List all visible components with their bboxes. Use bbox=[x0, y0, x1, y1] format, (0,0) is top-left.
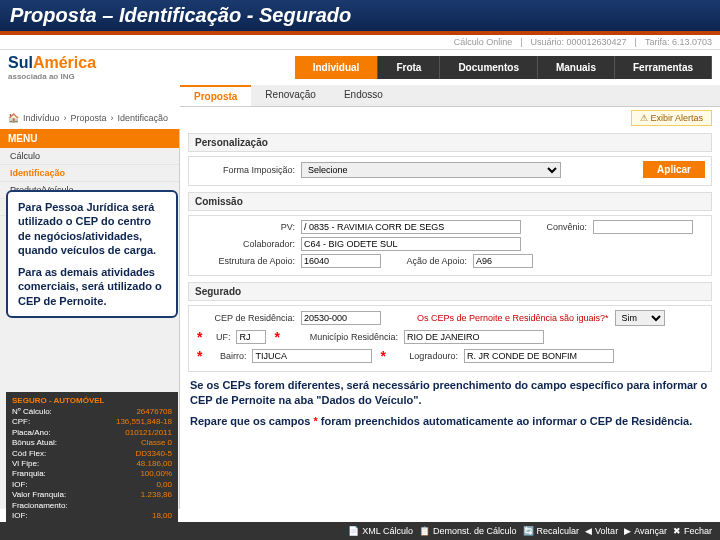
subtab-proposta[interactable]: Proposta bbox=[180, 85, 251, 106]
alerts-button[interactable]: ⚠ Exibir Alertas bbox=[631, 110, 712, 126]
conv-input[interactable] bbox=[593, 220, 693, 234]
est-label: Estrutura de Apoio: bbox=[195, 256, 295, 266]
log-label: Logradouro: bbox=[394, 351, 458, 361]
star-icon: * bbox=[380, 348, 385, 364]
star-icon: * bbox=[314, 415, 318, 427]
tab-frota[interactable]: Frota bbox=[378, 56, 440, 79]
cc-input[interactable] bbox=[301, 237, 521, 251]
cep-input[interactable] bbox=[301, 311, 381, 325]
acao-label: Ação de Apoio: bbox=[387, 256, 467, 266]
subtab-renovacao[interactable]: Renovação bbox=[251, 85, 330, 106]
uf-label: UF: bbox=[210, 332, 230, 342]
voltar-button[interactable]: ◀Voltar bbox=[585, 526, 618, 536]
tab-individual[interactable]: Individual bbox=[295, 56, 379, 79]
footer-bar: 📄XML Cálculo 📋Demonst. de Cálculo 🔄Recal… bbox=[0, 522, 720, 540]
bairro-label: Bairro: bbox=[210, 351, 246, 361]
main-tabs: Individual Frota Documentos Manuais Ferr… bbox=[295, 56, 712, 79]
aplicar-button[interactable]: Aplicar bbox=[643, 161, 705, 178]
pv-input[interactable] bbox=[301, 220, 521, 234]
forma-select[interactable]: Selecione bbox=[301, 162, 561, 178]
breadcrumb: 🏠 Indivíduo› Proposta› Identificação ⚠ E… bbox=[0, 107, 720, 129]
section-segurado: Segurado bbox=[188, 282, 712, 301]
logo: SulAmérica associada ao ING bbox=[8, 54, 96, 81]
content: Personalização Forma Imposição: Selecion… bbox=[180, 129, 720, 509]
acao-input[interactable] bbox=[473, 254, 533, 268]
star-icon: * bbox=[274, 329, 279, 345]
summary-head: SEGURO - AUTOMÓVEL bbox=[12, 396, 172, 405]
recalc-button[interactable]: 🔄Recalcular bbox=[523, 526, 580, 536]
tab-manuais[interactable]: Manuais bbox=[538, 56, 615, 79]
log-input[interactable] bbox=[464, 349, 614, 363]
star-icon: * bbox=[197, 329, 202, 345]
summary-box: SEGURO - AUTOMÓVEL Nº Cálculo:26476708CP… bbox=[6, 392, 178, 536]
demo-button[interactable]: 📋Demonst. de Cálculo bbox=[419, 526, 517, 536]
conv-label: Convênio: bbox=[527, 222, 587, 232]
explanation: Se os CEPs forem diferentes, será necess… bbox=[190, 378, 710, 429]
banner-title: Proposta – Identificação - Segurado bbox=[10, 4, 710, 27]
page-banner: Proposta – Identificação - Segurado bbox=[0, 0, 720, 35]
forma-label: Forma Imposição: bbox=[195, 165, 295, 175]
xml-button[interactable]: 📄XML Cálculo bbox=[348, 526, 413, 536]
warning-icon: ⚠ bbox=[640, 113, 648, 123]
uf-input[interactable] bbox=[236, 330, 266, 344]
cep-label: CEP de Residência: bbox=[195, 313, 295, 323]
status-calc: Cálculo Online bbox=[454, 37, 513, 47]
tab-documentos[interactable]: Documentos bbox=[440, 56, 538, 79]
cc-label: Colaborador: bbox=[195, 239, 295, 249]
star-icon: * bbox=[197, 348, 202, 364]
cep-note-select[interactable]: Sim bbox=[615, 310, 665, 326]
tab-ferramentas[interactable]: Ferramentas bbox=[615, 56, 712, 79]
section-comissao: Comissão bbox=[188, 192, 712, 211]
pv-label: PV: bbox=[195, 222, 295, 232]
sub-tabs: Proposta Renovação Endosso bbox=[180, 85, 720, 107]
menu-identificacao[interactable]: Identificação bbox=[0, 165, 179, 182]
menu-calculo[interactable]: Cálculo bbox=[0, 148, 179, 165]
logo-row: SulAmérica associada ao ING Individual F… bbox=[0, 50, 720, 85]
mun-input[interactable] bbox=[404, 330, 544, 344]
section-personalizacao: Personalização bbox=[188, 133, 712, 152]
status-user: Usuário: 000012630427 bbox=[531, 37, 627, 47]
callout-pj: Para Pessoa Jurídica será utilizado o CE… bbox=[6, 190, 178, 318]
bairro-input[interactable] bbox=[252, 349, 372, 363]
subtab-endosso[interactable]: Endosso bbox=[330, 85, 397, 106]
est-input[interactable] bbox=[301, 254, 381, 268]
mun-label: Município Residência: bbox=[288, 332, 398, 342]
avancar-button[interactable]: ▶Avançar bbox=[624, 526, 667, 536]
logo-sub: associada ao ING bbox=[8, 72, 96, 81]
status-tarifa: Tarifa: 6.13.0703 bbox=[645, 37, 712, 47]
top-status-bar: Cálculo Online| Usuário: 000012630427| T… bbox=[0, 35, 720, 50]
fechar-button[interactable]: ✖Fechar bbox=[673, 526, 712, 536]
cep-note: Os CEPs de Pernoite e Residência são igu… bbox=[417, 313, 609, 323]
menu-header: MENU bbox=[0, 129, 179, 148]
